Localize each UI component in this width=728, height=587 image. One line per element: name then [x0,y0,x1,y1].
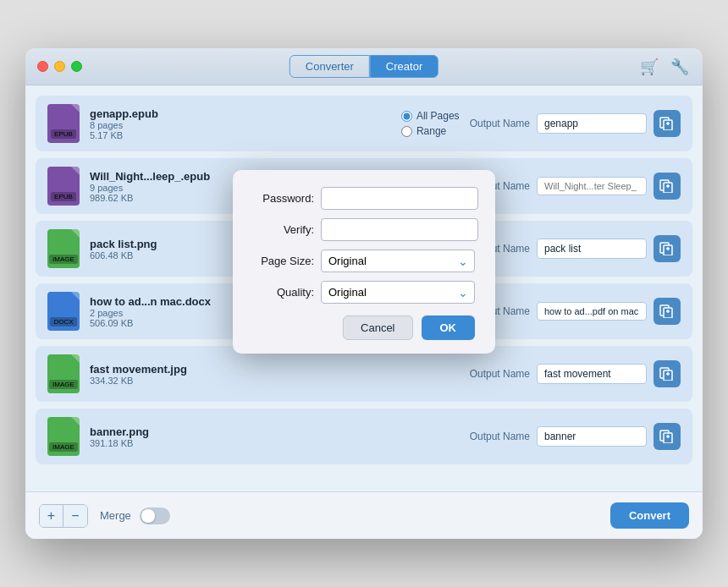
tab-converter[interactable]: Converter [290,55,370,78]
quality-select-wrapper: Original High Medium Low [321,281,475,304]
page-size-row: Page Size: Original A4 Letter Legal [253,250,475,272]
password-dialog: Password: Verify: Page Size: Original A4… [233,170,495,354]
verify-row: Verify: [253,218,475,241]
titlebar: Converter Creator 🛒 🔧 [25,48,703,85]
add-file-button[interactable]: + [40,505,63,527]
ok-button[interactable]: OK [422,315,476,340]
cancel-button[interactable]: Cancel [343,315,412,340]
page-size-label: Page Size: [253,255,314,267]
remove-file-button[interactable]: − [63,505,87,527]
page-size-select[interactable]: Original A4 Letter Legal [321,250,475,272]
modal-buttons: Cancel OK [253,315,475,340]
verify-label: Verify: [253,223,314,236]
password-label: Password: [253,192,314,205]
titlebar-actions: 🛒 🔧 [640,58,689,76]
maximize-button[interactable] [71,61,82,72]
minimize-button[interactable] [54,61,65,72]
close-button[interactable] [37,61,48,72]
merge-toggle[interactable] [140,507,170,524]
traffic-lights [37,61,82,72]
password-row: Password: [253,187,475,210]
modal-overlay: Password: Verify: Page Size: Original A4… [25,85,703,491]
page-size-select-wrapper: Original A4 Letter Legal [321,250,475,272]
bottom-bar: + − Merge Convert [25,491,703,539]
tab-group: Converter Creator [290,55,438,78]
quality-select[interactable]: Original High Medium Low [321,281,475,304]
add-remove-group: + − [39,504,88,528]
settings-icon[interactable]: 🔧 [670,58,689,76]
quality-row: Quality: Original High Medium Low [253,281,475,304]
convert-button[interactable]: Convert [610,502,689,529]
tab-creator[interactable]: Creator [370,55,438,78]
verify-input[interactable] [321,218,478,241]
merge-label: Merge [100,509,131,522]
quality-label: Quality: [253,286,314,299]
cart-icon[interactable]: 🛒 [640,58,659,76]
password-input[interactable] [321,187,478,210]
